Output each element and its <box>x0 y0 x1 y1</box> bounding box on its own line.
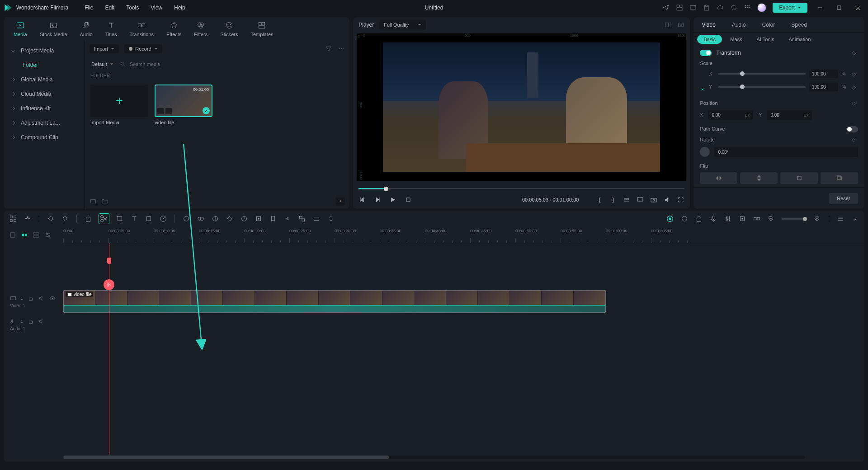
media-clip-card[interactable]: 00:01:00 ✓ video file <box>155 85 212 125</box>
keyframe-tool-icon[interactable] <box>226 215 234 223</box>
mute-icon[interactable] <box>38 318 45 324</box>
mark-in-button[interactable]: { <box>596 196 603 203</box>
mute-icon[interactable] <box>38 295 45 301</box>
keyframe-icon[interactable]: ◇ <box>852 71 858 77</box>
window-maximize[interactable] <box>833 1 845 14</box>
crop-icon[interactable] <box>116 215 124 223</box>
undo-icon[interactable] <box>47 215 55 223</box>
subtab-animation[interactable]: Animation <box>783 35 817 44</box>
stop-button[interactable] <box>405 196 412 203</box>
quality-dropdown[interactable]: Full Quality <box>379 20 426 29</box>
audio-track-header[interactable]: 1 Audio 1 <box>4 315 63 334</box>
scale-x-input[interactable]: 100.00 <box>809 70 838 78</box>
sidebar-project-media[interactable]: Project Media <box>4 43 85 58</box>
timeline-scrollbar[interactable] <box>63 456 805 459</box>
rotate-ccw-button[interactable] <box>821 172 858 184</box>
play-button[interactable] <box>389 196 396 203</box>
keyframe-icon[interactable]: ◇ <box>852 100 858 107</box>
sidebar-cloud-media[interactable]: Cloud Media <box>4 87 85 101</box>
flip-vertical-button[interactable] <box>740 172 778 184</box>
prop-tab-color[interactable]: Color <box>754 17 783 32</box>
video-clip[interactable]: video file <box>63 290 606 313</box>
keyframe-icon[interactable]: ◇ <box>852 84 858 90</box>
screen-icon[interactable] <box>689 4 697 11</box>
redo-icon[interactable] <box>61 215 69 223</box>
tab-stickers[interactable]: Stickers <box>215 21 243 37</box>
crop-tool-icon[interactable] <box>145 215 153 223</box>
scissors-marker[interactable] <box>104 279 114 290</box>
video-track-header[interactable]: 1 Video 1 <box>4 288 63 315</box>
apps-icon[interactable] <box>744 4 751 11</box>
track-motion-icon[interactable] <box>255 215 263 223</box>
camera-icon[interactable] <box>650 196 657 203</box>
auto-ripple-icon[interactable] <box>666 215 674 223</box>
volume-icon[interactable] <box>664 196 671 203</box>
split-icon[interactable] <box>99 213 109 224</box>
export-button[interactable]: Export <box>773 3 807 13</box>
track-view-icon[interactable] <box>21 231 28 239</box>
mic-icon[interactable] <box>709 215 717 223</box>
import-media-card[interactable]: + Import Media <box>90 85 148 125</box>
delete-icon[interactable] <box>84 215 92 223</box>
filter-icon[interactable] <box>325 45 332 52</box>
tab-transitions[interactable]: Transitions <box>124 21 159 37</box>
timeline-view-icon[interactable] <box>836 215 844 223</box>
window-close[interactable] <box>852 1 864 14</box>
subtab-mask[interactable]: Mask <box>724 35 748 44</box>
circle-icon[interactable] <box>680 215 689 223</box>
adjust-icon[interactable] <box>197 215 205 223</box>
prop-tab-video[interactable]: Video <box>693 17 723 32</box>
subtab-basic[interactable]: Basic <box>697 35 722 44</box>
bin-icon[interactable] <box>90 197 97 205</box>
subtab-ai-tools[interactable]: AI Tools <box>750 35 781 44</box>
search-input[interactable]: Search media <box>120 61 345 67</box>
mark-out-button[interactable]: } <box>609 196 617 203</box>
text-icon[interactable] <box>130 215 138 223</box>
timeline-settings-icon[interactable]: ⌄ <box>851 215 859 223</box>
import-dropdown[interactable]: Import <box>90 44 119 53</box>
more-icon[interactable] <box>338 45 345 52</box>
zoom-in-icon[interactable] <box>813 215 821 223</box>
sidebar-folder[interactable]: Folder <box>4 58 85 72</box>
color-tool-icon[interactable] <box>182 215 190 223</box>
zoom-slider[interactable] <box>782 218 807 220</box>
sidebar-adjustment-layer[interactable]: Adjustment La... <box>4 116 85 130</box>
position-y-input[interactable]: 0.00px <box>767 110 812 120</box>
link-icon[interactable] <box>24 215 32 223</box>
flip-horizontal-button[interactable] <box>700 172 737 184</box>
video-viewport[interactable]: 05001000 050010001500 <box>357 33 686 181</box>
clip-list-icon[interactable] <box>623 196 630 203</box>
scale-y-input[interactable]: 100.00 <box>809 83 838 91</box>
magnet-icon[interactable] <box>9 215 17 223</box>
snap-icon[interactable] <box>753 215 761 223</box>
keyframe-icon[interactable]: ◇ <box>852 137 858 143</box>
tab-templates[interactable]: Templates <box>245 21 278 37</box>
refresh-icon[interactable] <box>730 4 737 11</box>
reset-button[interactable]: Reset <box>829 193 858 204</box>
marker-add-icon[interactable] <box>695 215 703 223</box>
lock-icon[interactable] <box>9 231 16 239</box>
collapse-sidebar-button[interactable] <box>336 197 345 206</box>
lock-icon[interactable] <box>28 295 34 301</box>
transform-toggle[interactable] <box>700 50 712 56</box>
fullscreen-icon[interactable] <box>677 196 684 203</box>
speed-tool-icon[interactable] <box>159 215 167 223</box>
tab-media[interactable]: Media <box>8 21 33 37</box>
next-frame-button[interactable] <box>374 196 381 203</box>
track-adjust-icon[interactable] <box>44 231 52 239</box>
display-icon[interactable] <box>637 196 644 203</box>
tab-audio[interactable]: Audio <box>75 21 98 37</box>
speed-ramp-icon[interactable] <box>240 215 248 223</box>
menu-view[interactable]: View <box>145 3 168 13</box>
prev-frame-button[interactable] <box>359 196 366 203</box>
send-icon[interactable] <box>662 4 670 11</box>
sidebar-global-media[interactable]: Global Media <box>4 72 85 87</box>
zoom-out-icon[interactable] <box>767 215 775 223</box>
rotate-cw-button[interactable] <box>780 172 818 184</box>
position-x-input[interactable]: 0.00px <box>708 110 753 120</box>
save-icon[interactable] <box>703 4 710 11</box>
prop-tab-audio[interactable]: Audio <box>724 17 754 32</box>
lock-icon[interactable] <box>28 318 34 324</box>
mask-icon[interactable] <box>211 215 219 223</box>
compare-icon[interactable] <box>665 21 672 28</box>
